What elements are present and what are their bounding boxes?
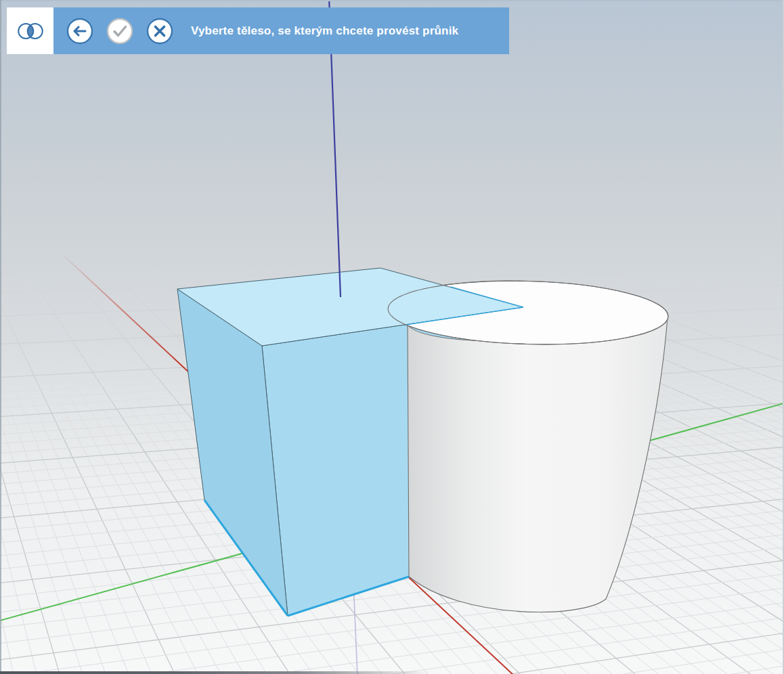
back-button[interactable] xyxy=(66,18,93,44)
3d-viewport[interactable]: Vyberte těleso, se kterým chcete provést… xyxy=(0,0,784,674)
x-icon xyxy=(146,18,173,45)
intersect-tool-tile[interactable] xyxy=(7,7,53,54)
checkmark-icon xyxy=(106,18,133,45)
cancel-button[interactable] xyxy=(146,18,173,44)
confirm-button[interactable] xyxy=(106,18,133,44)
arrow-left-icon xyxy=(66,18,93,45)
toolbar-message: Vyberte těleso, se kterým chcete provést… xyxy=(191,24,458,38)
toolbar-bar: Vyberte těleso, se kterým chcete provést… xyxy=(53,7,509,54)
boolean-intersect-toolbar: Vyberte těleso, se kterým chcete provést… xyxy=(7,7,509,54)
scene-canvas[interactable] xyxy=(0,0,784,674)
intersect-circles-icon xyxy=(14,15,47,47)
